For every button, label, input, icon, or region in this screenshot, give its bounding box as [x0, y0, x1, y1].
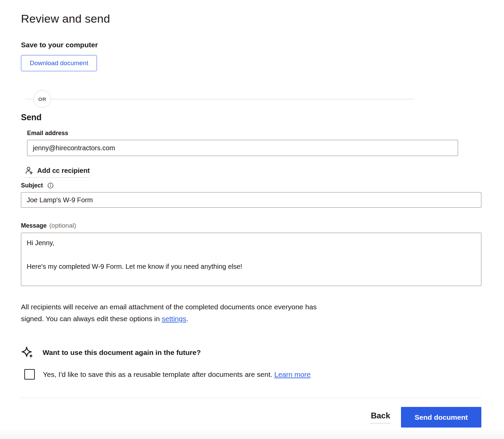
send-document-button[interactable]: Send document: [401, 407, 481, 428]
download-document-button[interactable]: Download document: [21, 55, 97, 71]
message-label-row: Message (optional): [21, 222, 481, 229]
sparkle-icon: [21, 346, 34, 359]
add-cc-recipient-label: Add cc recipient: [37, 167, 90, 175]
send-section-heading: Send: [21, 112, 481, 122]
page-title: Review and send: [21, 12, 481, 25]
learn-more-link[interactable]: Learn more: [274, 370, 310, 378]
recipients-note: All recipients will receive an email att…: [21, 301, 318, 325]
divider-line: [25, 99, 414, 99]
add-cc-recipient-button[interactable]: Add cc recipient: [25, 166, 90, 178]
or-divider: OR: [25, 90, 414, 108]
footer-divider: [21, 398, 481, 398]
settings-link[interactable]: settings: [162, 315, 186, 322]
save-template-checkbox-row: Yes, I'd like to save this as a reusable…: [21, 369, 481, 380]
page-bottom-background: [0, 430, 504, 439]
save-section-heading: Save to your computer: [21, 41, 481, 49]
review-and-send-page: Review and send Save to your computer Do…: [0, 0, 481, 428]
person-plus-icon: [25, 166, 33, 175]
or-badge: OR: [33, 90, 51, 108]
footer-actions: Back Send document: [21, 407, 481, 428]
back-button[interactable]: Back: [370, 411, 391, 423]
save-template-checkbox[interactable]: [24, 369, 35, 380]
subject-input[interactable]: [21, 192, 481, 208]
message-textarea[interactable]: Hi Jenny, Here's my completed W-9 Form. …: [21, 233, 481, 286]
template-prompt-row: Want to use this document again in the f…: [21, 346, 481, 359]
email-address-label: Email address: [27, 130, 481, 137]
save-template-checkbox-label: Yes, I'd like to save this as a reusable…: [43, 370, 310, 379]
save-section: Save to your computer Download document: [21, 41, 481, 71]
email-address-input[interactable]: [27, 140, 458, 156]
recipients-note-text-2: .: [186, 315, 188, 322]
message-optional-note: (optional): [49, 222, 76, 229]
subject-label: Subject: [21, 182, 43, 189]
subject-label-row: Subject: [21, 182, 481, 189]
template-section: Want to use this document again in the f…: [21, 346, 481, 380]
template-question: Want to use this document again in the f…: [43, 348, 201, 357]
save-template-checkbox-text: Yes, I'd like to save this as a reusable…: [43, 370, 274, 378]
message-label: Message: [21, 222, 47, 229]
info-circle-icon[interactable]: [47, 182, 54, 189]
email-field-group: Email address: [21, 130, 481, 156]
send-section: Send Email address Add cc recipient Subj…: [21, 112, 481, 325]
